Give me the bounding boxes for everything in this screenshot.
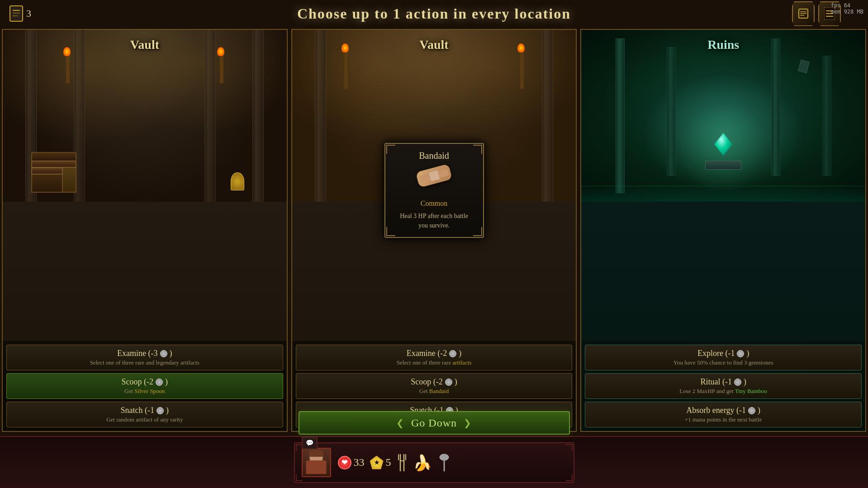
examine-left-btn[interactable]: Examine (-3) Select one of three rare an… <box>6 345 283 370</box>
ritual-btn[interactable]: Ritual (-1) Lose 2 MaxHP and get Tiny Ba… <box>585 373 862 399</box>
ruins-actions: Explore (-1) You have 50% chance to find… <box>581 341 865 431</box>
popup-corner-tl <box>386 145 395 154</box>
coin-ruins-2 <box>734 379 741 386</box>
stats-row: ❤ 33 ★ 5 🍌 <box>338 454 451 472</box>
panel-corner-tr <box>566 444 573 451</box>
ruins-col-2 <box>667 47 676 176</box>
page-title: Choose up to 1 action in every location <box>297 5 571 22</box>
snatch-left-btn[interactable]: Snatch (-1) Get random artifact of any r… <box>6 402 283 427</box>
action-count: 3 <box>26 8 31 19</box>
popup-title: Bandaid <box>392 151 476 161</box>
banana-item: 🍌 <box>413 454 432 472</box>
bandaid-image <box>416 164 453 188</box>
utensil-icon <box>397 454 408 472</box>
ruins-pedestal <box>705 161 741 170</box>
hp-stat: ❤ 33 <box>338 456 365 469</box>
trophy <box>231 172 244 190</box>
banana-icon: 🍌 <box>413 454 432 472</box>
bottom-panel: 💬 ❤ 33 ★ 5 <box>294 442 574 483</box>
spoon-item <box>437 454 451 472</box>
avatar-hair <box>309 450 323 457</box>
avatar-body <box>306 460 327 474</box>
scoop-left-title: Scoop (-2) <box>12 377 277 387</box>
svg-point-17 <box>440 454 449 460</box>
popup-corner-tr <box>473 145 482 154</box>
vault-left-title: Vault <box>3 32 287 57</box>
scoop-mid-title: Scoop (-2) <box>302 377 567 387</box>
explore-desc: You have 50% chance to find 3 gemstones <box>591 359 856 366</box>
level-value: 5 <box>386 456 391 469</box>
ruins-col-1 <box>616 38 625 193</box>
scoop-mid-btn[interactable]: Scoop (-2) Get Bandaid <box>296 373 573 399</box>
card-icon <box>9 5 24 22</box>
ritual-desc: Lose 2 MaxHP and get Tiny Bamboo <box>591 388 856 395</box>
ritual-title: Ritual (-1) <box>591 377 856 387</box>
popup-desc: Heal 3 HP after each battle you survive. <box>392 211 476 230</box>
card-icon-top-right[interactable] <box>792 1 815 26</box>
ruins-col-3 <box>771 38 780 176</box>
level-icon: ★ <box>370 456 384 469</box>
ruins-col-4 <box>822 56 831 176</box>
coin-mid-1 <box>449 350 456 357</box>
hp-icon: ❤ <box>338 456 351 469</box>
scoop-mid-desc: Get Bandaid <box>302 388 567 395</box>
utensil-stat <box>397 454 408 472</box>
examine-left-desc: Select one of three rare and legendary a… <box>12 359 277 366</box>
explore-btn[interactable]: Explore (-1) You have 50% chance to find… <box>585 345 862 370</box>
vault-mid-title: Vault <box>292 32 576 57</box>
player-avatar <box>302 448 331 477</box>
absorb-btn[interactable]: Absorb energy (-1) +1 mana points in the… <box>585 402 862 427</box>
popup-corner-br <box>473 227 482 236</box>
examine-left-title: Examine (-3) <box>12 349 277 358</box>
bottom-bar: 💬 ❤ 33 ★ 5 <box>0 436 868 488</box>
absorb-desc: +1 mana points in the next battle <box>591 416 856 423</box>
explore-title: Explore (-1) <box>591 349 856 358</box>
ruins-water <box>581 186 865 202</box>
svg-rect-0 <box>10 6 23 21</box>
absorb-title: Absorb energy (-1) <box>591 406 856 415</box>
examine-mid-desc: Select one of three rare artifacts <box>302 359 567 366</box>
panel-corner-br <box>566 474 573 481</box>
bandaid-popup: Bandaid Common Heal 3 HP after each batt… <box>384 143 484 238</box>
hp-value: 33 <box>354 456 365 469</box>
fps-counter: fps 64 mem 928 MB <box>831 2 863 15</box>
chat-button[interactable]: 💬 <box>302 436 318 450</box>
examine-mid-title: Examine (-2) <box>302 349 567 358</box>
panel-corner-bl <box>296 474 303 481</box>
spoon-icon <box>437 454 451 472</box>
main-content: Vault Examine (-3) Select one of three r… <box>0 27 868 434</box>
vault-left-actions: Examine (-3) Select one of three rare an… <box>3 341 287 431</box>
location-vault-mid: Vault Examine (-2) Select one of three r… <box>291 29 577 432</box>
scoop-left-btn[interactable]: Scoop (-2) Get Silver Spoon <box>6 373 283 399</box>
popup-item-image <box>416 168 452 195</box>
top-bar: 3 Choose up to 1 action in every locatio… <box>0 0 868 27</box>
action-counter: 3 <box>9 5 31 22</box>
coin-icon-3 <box>157 407 164 414</box>
popup-rarity: Common <box>392 199 476 208</box>
coin-icon <box>160 350 167 357</box>
go-down-label: Go Down <box>411 417 457 429</box>
coin-ruins-3 <box>748 407 755 414</box>
examine-mid-btn[interactable]: Examine (-2) Select one of three rare ar… <box>296 345 573 370</box>
go-down-button[interactable]: Go Down <box>299 411 570 435</box>
location-ruins: Ruins Explore (-1) You have 50% chance t… <box>580 29 866 432</box>
ruins-title: Ruins <box>581 32 865 57</box>
scoop-left-desc: Get Silver Spoon <box>12 388 277 395</box>
level-stat: ★ 5 <box>370 456 391 469</box>
coin-ruins-1 <box>737 350 744 357</box>
snatch-left-title: Snatch (-1) <box>12 406 277 415</box>
ruins-card <box>798 60 810 73</box>
snatch-left-desc: Get random artifact of any rarity <box>12 416 277 423</box>
coin-mid-2 <box>445 379 452 386</box>
chest-3 <box>31 168 63 193</box>
coin-icon-2 <box>156 379 163 386</box>
location-vault-left: Vault Examine (-3) Select one of three r… <box>2 29 288 432</box>
popup-corner-bl <box>386 227 395 236</box>
